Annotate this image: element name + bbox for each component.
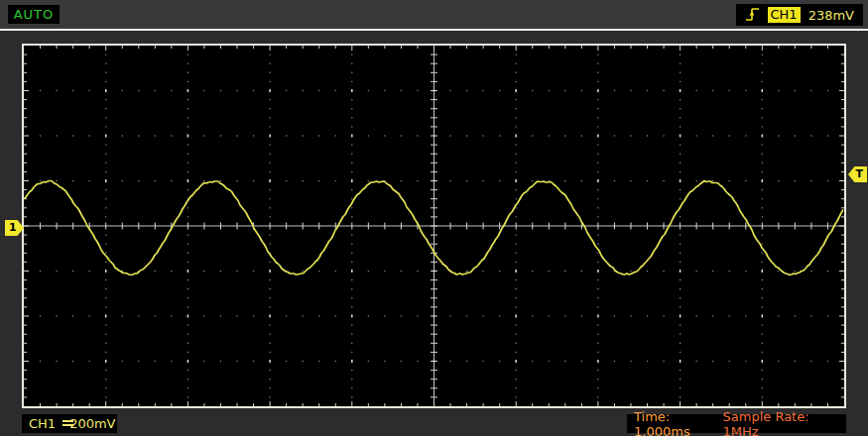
graticule-and-waveform	[24, 46, 844, 406]
channel-name: CH1	[29, 416, 56, 431]
plot-area	[22, 44, 846, 408]
trigger-level-value: 238mV	[808, 8, 854, 23]
rising-edge-trigger-icon	[745, 7, 760, 23]
channel-scale: 200mV	[69, 416, 115, 431]
trigger-readout[interactable]: CH1 238mV	[736, 4, 864, 26]
sample-rate-value: Sample Rate: 1MHz	[723, 409, 839, 436]
top-status-bar: AUTO CH1 238mV	[0, 0, 868, 29]
oscilloscope-screen: AUTO CH1 238mV 1 T CH1 200mV Time: 1.000…	[0, 0, 868, 436]
timebase-value: Time: 1.000ms	[634, 409, 723, 436]
channel-marker-label: 1	[9, 221, 17, 234]
channel-readout[interactable]: CH1 200mV	[22, 414, 117, 433]
topbar-separator	[0, 29, 868, 31]
trigger-level-marker[interactable]: T	[848, 166, 867, 182]
acquisition-mode-label: AUTO	[14, 7, 55, 22]
trigger-source-badge[interactable]: CH1	[768, 7, 801, 23]
timebase-readout: Time: 1.000ms Sample Rate: 1MHz	[627, 414, 846, 433]
trigger-marker-label: T	[855, 167, 863, 180]
acquisition-mode-badge: AUTO	[8, 5, 60, 24]
